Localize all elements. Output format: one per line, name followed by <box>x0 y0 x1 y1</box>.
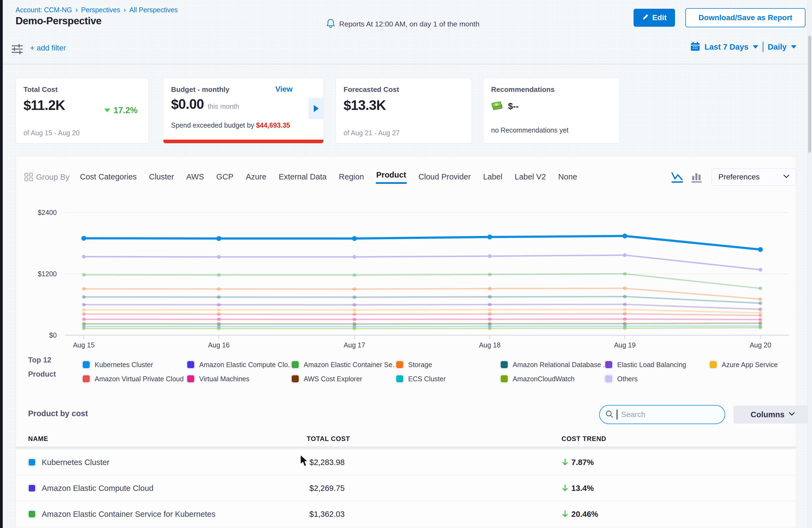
legend-color-chip <box>396 361 404 369</box>
triangle-down-icon <box>104 108 110 112</box>
row-cost-trend: 13.4% <box>562 484 796 493</box>
legend-item-azure-app-service[interactable]: Azure App Service <box>709 358 812 371</box>
chart-point-others <box>352 255 356 259</box>
download-button-label: Download/Save as Report <box>698 13 792 22</box>
chart-point-amazon-relational-database <box>623 295 627 298</box>
legend-item-elastic-load-balancing[interactable]: Elastic Load Balancing <box>605 358 709 371</box>
column-header-name[interactable]: NAME <box>28 435 48 443</box>
legend-item-kubernetes-cluster[interactable]: Kubernetes Cluster <box>82 358 187 371</box>
chart-point-amazon-elastic-container-se <box>758 287 762 290</box>
legend-item-amazoncloudwatch[interactable]: AmazonCloudWatch <box>500 373 605 385</box>
table-row-amazon-elastic-compute-cloud[interactable]: Amazon Elastic Compute Cloud$2,269.7513.… <box>16 475 796 501</box>
axis-tick <box>760 335 761 339</box>
edit-button[interactable]: Edit <box>634 9 675 27</box>
money-icon <box>491 100 504 113</box>
search-input[interactable] <box>621 410 720 419</box>
tab-cloud-provider[interactable]: Cloud Provider <box>419 172 471 181</box>
tab-external-data[interactable]: External Data <box>279 172 327 181</box>
legend-row-1: Kubernetes ClusterAmazon Elastic Compute… <box>82 358 812 371</box>
legend-color-chip <box>82 375 90 383</box>
bar-chart-mode-icon[interactable] <box>691 171 702 184</box>
axis-tick <box>625 335 625 339</box>
chart-point-amazon-virtual-private-cloud <box>488 312 492 316</box>
chevron-down-icon[interactable] <box>791 45 796 48</box>
breadcrumb-perspectives[interactable]: Perspectives <box>81 6 120 14</box>
legend-color-chip <box>187 361 195 369</box>
total-cost-trend: 17.2% <box>104 105 137 115</box>
legend-item-amazon-relational-database[interactable]: Amazon Relational Database ... <box>500 358 605 371</box>
chart-point-amazoncloudwatch <box>623 326 627 330</box>
pencil-icon <box>642 13 649 23</box>
search-box[interactable] <box>599 405 725 424</box>
download-save-report-button[interactable]: Download/Save as Report <box>685 8 806 27</box>
chart-point-amazon-relational-database <box>488 295 492 299</box>
tab-cost-categories[interactable]: Cost Categories <box>80 172 137 181</box>
table-body: Kubernetes Cluster$2,283.987.87%Amazon E… <box>16 450 796 527</box>
reports-schedule[interactable]: Reports At 12:00 AM, on day 1 of the mon… <box>326 18 479 29</box>
chart-line-elastic-load-balancing <box>84 304 760 309</box>
tab-label[interactable]: Label <box>483 172 502 181</box>
legend-title: Top 12 <box>28 356 51 364</box>
legend-item-label: Storage <box>408 361 432 369</box>
legend-item-ecs-cluster[interactable]: ECS Cluster <box>396 373 500 385</box>
legend-item-amazon-elastic-compute-clo[interactable]: Amazon Elastic Compute Clo... <box>187 358 291 371</box>
chevron-down-icon[interactable] <box>753 45 758 48</box>
line-chart-mode-icon[interactable] <box>671 171 684 184</box>
tab-none[interactable]: None <box>558 172 577 181</box>
total-cost-card: Total Cost $11.2K 17.2% of Aug 15 - Aug … <box>16 78 149 144</box>
chart-line-kubernetes-cluster <box>84 236 760 250</box>
legend-item-label: Amazon Elastic Compute Clo... <box>199 361 294 369</box>
chart-point-virtual-machines <box>758 318 762 322</box>
filter-sliders-icon[interactable] <box>11 43 24 56</box>
table-row-amazon-elastic-container-service-for-kubernetes[interactable]: Amazon Elastic Container Service for Kub… <box>16 501 796 527</box>
tab-label-v2[interactable]: Label V2 <box>514 172 546 181</box>
recommendations-card: Recommendations $-- no Recommendations y… <box>483 78 619 144</box>
budget-expand-button[interactable] <box>308 98 324 119</box>
chart-line-storage <box>84 288 760 299</box>
table-row-kubernetes-cluster[interactable]: Kubernetes Cluster$2,283.987.87% <box>16 450 796 475</box>
tab-gcp[interactable]: GCP <box>216 172 234 181</box>
legend-item-amazon-virtual-private-cloud[interactable]: Amazon Virtual Private Cloud <box>82 373 187 385</box>
divider <box>16 447 796 450</box>
divider <box>763 42 764 52</box>
legend-item-others[interactable]: Others <box>605 373 709 385</box>
recommendations-label: Recommendations <box>491 85 555 94</box>
search-icon <box>605 410 613 419</box>
breadcrumb-separator-icon: › <box>123 5 126 14</box>
budget-view-link[interactable]: View <box>275 85 292 93</box>
legend-item-storage[interactable]: Storage <box>396 358 500 371</box>
row-trend-value: 13.4% <box>571 484 594 493</box>
scrollbar-thumb[interactable] <box>808 35 811 153</box>
column-header-total-cost[interactable]: TOTAL COST <box>307 435 350 443</box>
tab-product[interactable]: Product <box>376 171 406 179</box>
tab-aws[interactable]: AWS <box>186 172 204 181</box>
legend-item-virtual-machines[interactable]: Virtual Machines <box>187 373 291 385</box>
add-filter-button[interactable]: + add filter <box>30 44 66 53</box>
chart-point-azure-app-service <box>352 308 356 312</box>
preferences-button[interactable]: Preferences <box>712 168 796 186</box>
chart-point-virtual-machines <box>352 318 356 321</box>
chart-line-amazon-virtual-private-cloud <box>84 314 760 316</box>
chart-point-virtual-machines <box>217 318 221 321</box>
legend-item-label: Virtual Machines <box>199 375 249 383</box>
scrollbar[interactable] <box>807 0 812 528</box>
chart-point-kubernetes-cluster <box>81 236 86 241</box>
date-range-select[interactable]: Last 7 Days <box>705 43 749 52</box>
column-header-cost-trend[interactable]: COST TREND <box>562 435 606 443</box>
columns-button[interactable]: Columns <box>734 406 812 424</box>
chart-point-ecs-cluster <box>82 325 86 328</box>
legend-item-aws-cost-explorer[interactable]: AWS Cost Explorer <box>291 373 396 385</box>
tab-cluster[interactable]: Cluster <box>149 172 174 181</box>
tab-region[interactable]: Region <box>339 172 364 181</box>
granularity-select[interactable]: Daily <box>768 43 787 52</box>
row-color-chip <box>28 484 36 492</box>
table-title: Product by cost <box>28 409 88 418</box>
chart-point-amazon-relational-database <box>758 302 762 305</box>
breadcrumb-account[interactable]: Account: CCM-NG <box>16 6 72 14</box>
chart-point-storage <box>217 287 221 291</box>
legend-item-amazon-elastic-container-se[interactable]: Amazon Elastic Container Se... <box>291 358 396 371</box>
breadcrumb-all-perspectives[interactable]: All Perspectives <box>129 6 178 14</box>
legend-item-label: Amazon Relational Database ... <box>513 361 609 369</box>
tab-azure[interactable]: Azure <box>246 172 266 181</box>
collapsed-nav-rail[interactable] <box>0 0 3 528</box>
